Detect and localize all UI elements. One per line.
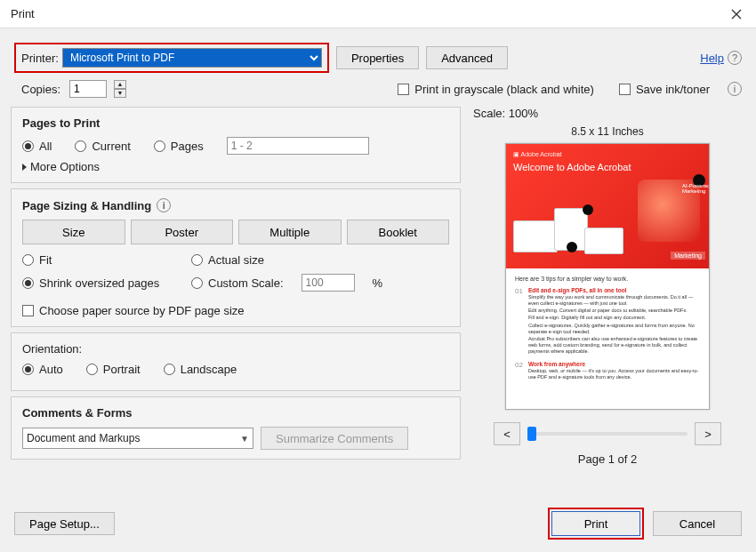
slider-thumb[interactable] xyxy=(527,427,536,441)
orient-auto-radio[interactable] xyxy=(22,364,34,375)
saveink-info-icon[interactable]: i xyxy=(728,82,742,96)
actual-label: Actual size xyxy=(208,253,264,267)
fit-radio[interactable] xyxy=(22,254,34,266)
custom-label: Custom Scale: xyxy=(208,276,284,290)
actual-radio[interactable] xyxy=(191,254,203,266)
pages-to-print-section: Pages to Print All Current Pages More Op… xyxy=(11,107,461,183)
shrink-label: Shrink oversized pages xyxy=(39,276,159,290)
help-area: Help ? xyxy=(700,51,742,65)
copies-label: Copies: xyxy=(21,83,60,96)
pages-range-input[interactable] xyxy=(227,137,369,155)
help-icon[interactable]: ? xyxy=(728,51,742,65)
printer-row: Printer: Microsoft Print to PDF Properti… xyxy=(0,28,756,80)
custom-pct: % xyxy=(373,276,383,290)
pages-all-label: All xyxy=(39,140,52,153)
properties-button[interactable]: Properties xyxy=(336,46,419,69)
shrink-radio[interactable] xyxy=(22,277,34,289)
triangle-right-icon xyxy=(22,164,27,171)
print-preview: ▣ Adobe Acrobat Welcome to Adobe Acrobat… xyxy=(505,143,710,410)
orient-auto-label: Auto xyxy=(39,363,63,376)
preview-prev-button[interactable]: < xyxy=(494,422,520,445)
grayscale-checkbox[interactable] xyxy=(398,84,409,95)
booklet-button[interactable]: Booklet xyxy=(347,220,450,244)
printer-highlight-box: Printer: Microsoft Print to PDF xyxy=(14,43,329,73)
copies-spinner[interactable]: ▲ ▼ xyxy=(114,80,126,98)
print-highlight-box: Print xyxy=(548,508,644,540)
comments-select[interactable]: Document and Markups ▼ xyxy=(22,428,253,449)
orient-landscape-radio[interactable] xyxy=(164,364,175,375)
preview-dimensions: 8.5 x 11 Inches xyxy=(473,125,742,138)
pages-current-radio[interactable] xyxy=(75,140,86,152)
multiple-button[interactable]: Multiple xyxy=(238,220,342,244)
print-button[interactable]: Print xyxy=(551,511,640,536)
pages-range-label: Pages xyxy=(171,140,204,153)
saveink-checkbox[interactable] xyxy=(619,84,631,95)
summarize-button: Summarize Comments xyxy=(261,427,408,450)
printer-label: Printer: xyxy=(21,52,59,65)
spinner-down-icon[interactable]: ▼ xyxy=(114,89,126,98)
size-button[interactable]: Size xyxy=(22,220,125,244)
pages-range-radio[interactable] xyxy=(154,140,165,152)
custom-radio[interactable] xyxy=(191,277,203,289)
close-icon[interactable] xyxy=(728,5,745,23)
window-title: Print xyxy=(11,7,728,20)
sizing-title: Page Sizing & Handling xyxy=(22,199,151,212)
pages-current-label: Current xyxy=(92,140,130,153)
orientation-title: Orientation: xyxy=(22,342,449,356)
preview-next-button[interactable]: > xyxy=(695,422,721,445)
cancel-button[interactable]: Cancel xyxy=(653,511,742,536)
titlebar: Print xyxy=(0,0,756,28)
page-indicator: Page 1 of 2 xyxy=(473,452,742,466)
orient-landscape-label: Landscape xyxy=(181,363,237,376)
choose-paper-checkbox[interactable] xyxy=(22,305,34,316)
orient-portrait-radio[interactable] xyxy=(86,364,98,375)
page-setup-button[interactable]: Page Setup... xyxy=(14,512,115,535)
comments-section: Comments & Forms Document and Markups ▼ … xyxy=(11,396,461,460)
choose-paper-label: Choose paper source by PDF page size xyxy=(39,304,245,317)
comments-title: Comments & Forms xyxy=(22,406,449,420)
fit-label: Fit xyxy=(39,253,52,267)
sizing-section: Page Sizing & Handlingi Size Poster Mult… xyxy=(11,188,461,327)
saveink-label: Save ink/toner xyxy=(636,83,710,96)
sizing-info-icon[interactable]: i xyxy=(157,198,171,212)
poster-button[interactable]: Poster xyxy=(131,220,234,244)
orientation-section: Orientation: Auto Portrait Landscape xyxy=(11,332,461,391)
preview-slider[interactable] xyxy=(527,432,688,436)
more-options-toggle[interactable]: More Options xyxy=(22,160,449,173)
pages-title: Pages to Print xyxy=(22,116,449,130)
spinner-up-icon[interactable]: ▲ xyxy=(114,80,126,89)
printer-select[interactable]: Microsoft Print to PDF xyxy=(62,48,322,68)
grayscale-label: Print in grayscale (black and white) xyxy=(414,83,594,96)
copies-input[interactable] xyxy=(69,80,107,98)
advanced-button[interactable]: Advanced xyxy=(426,46,508,69)
copies-row: Copies: ▲ ▼ Print in grayscale (black an… xyxy=(0,80,756,107)
scale-label: Scale: 100% xyxy=(473,107,742,120)
chevron-down-icon: ▼ xyxy=(240,434,249,444)
pages-all-radio[interactable] xyxy=(22,140,34,152)
custom-scale-input[interactable] xyxy=(302,274,355,292)
orient-portrait-label: Portrait xyxy=(103,363,141,376)
help-link[interactable]: Help xyxy=(700,52,724,65)
